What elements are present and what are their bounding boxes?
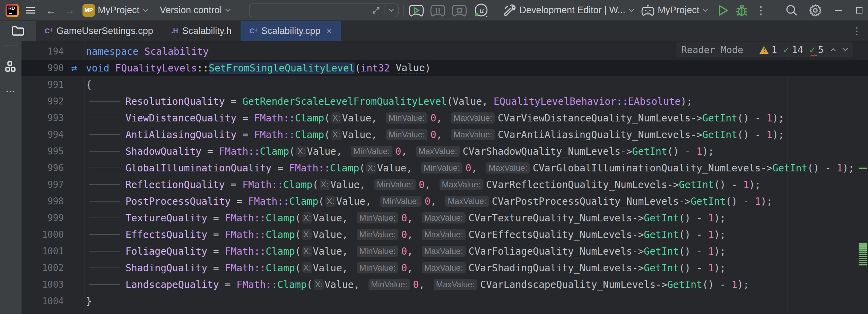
code-text: FoliageQuality = FMath::Clamp(X:Value, M… — [85, 243, 726, 260]
editor-tab-bar: C‡GameUserSettings.cpp.HScalability.hC‡S… — [0, 21, 868, 41]
debug-button[interactable] — [735, 3, 749, 17]
implements-gutter-icon[interactable]: ⇄ — [64, 62, 85, 74]
error-stripe-mark[interactable] — [859, 168, 867, 169]
code-line-990[interactable]: 990⇄void FQualityLevels::SetFromSingleQu… — [21, 60, 868, 76]
prev-issue-icon[interactable] — [831, 48, 836, 53]
project-avatar: MP — [83, 4, 95, 17]
next-issue-icon[interactable] — [843, 45, 848, 51]
typo-check-icon: ✓ — [809, 44, 815, 56]
code-line-996[interactable]: 996GlobalIlluminationQuality = FMath::Cl… — [21, 160, 868, 176]
tab-whitespace-indicator — [86, 93, 125, 110]
line-number: 990 — [21, 63, 64, 73]
settings-gear-icon[interactable] — [808, 3, 823, 18]
tab-label: Scalability.h — [182, 26, 232, 36]
code-editor[interactable]: 194namespace Scalability990⇄void FQualit… — [21, 41, 868, 314]
project-widget[interactable]: MP MyProject — [79, 2, 151, 19]
unreal-engine-icon[interactable]: u — [473, 3, 489, 18]
rider-logo-icon[interactable]: RD — [6, 4, 19, 17]
warnings-count[interactable]: 1 — [760, 44, 777, 55]
code-text: ResolutionQuality = GetRenderScaleLevelF… — [85, 93, 692, 110]
build-config-widget[interactable]: Development Editor | W... — [499, 1, 637, 19]
code-line-991[interactable]: 991{ — [21, 76, 868, 93]
code-line-999[interactable]: 999TextureQuality = FMath::Clamp(X:Value… — [21, 210, 868, 226]
project-name: MyProject — [98, 5, 139, 16]
code-text: GlobalIlluminationQuality = FMath::Clamp… — [85, 160, 854, 176]
code-text: LandscapeQuality = FMath::Clamp(X:Value,… — [85, 276, 749, 293]
line-number: 995 — [21, 146, 64, 156]
code-line-1002[interactable]: 1002ShadingQuality = FMath::Clamp(X:Valu… — [21, 260, 868, 276]
chevron-down-icon — [143, 7, 148, 12]
project-tool-window-icon[interactable] — [11, 25, 25, 37]
run-target-widget[interactable]: MyProject — [637, 2, 711, 19]
line-number: 1004 — [21, 296, 64, 306]
structure-tool-icon[interactable] — [4, 55, 17, 78]
back-icon[interactable]: ← — [42, 5, 60, 16]
run-input[interactable] — [249, 3, 399, 17]
left-toolwindow-bar: … — [0, 41, 21, 314]
tab-Scalability.cpp[interactable]: C‡Scalability.cpp× — [241, 21, 341, 41]
forward-icon[interactable]: → — [60, 5, 79, 16]
more-toolwindows-icon[interactable]: … — [5, 78, 16, 100]
run-button[interactable] — [716, 3, 730, 17]
code-line-1000[interactable]: 1000EffectsQuality = FMath::Clamp(X:Valu… — [21, 226, 868, 243]
tab-whitespace-indicator — [86, 243, 125, 260]
line-number: 996 — [21, 163, 64, 173]
code-text: ShadingQuality = FMath::Clamp(X:Value, M… — [85, 260, 726, 276]
main-menu-icon[interactable] — [26, 7, 35, 14]
tab-GameUserSettings.cpp[interactable]: C‡GameUserSettings.cpp — [36, 21, 162, 41]
code-line-1003[interactable]: 1003LandscapeQuality = FMath::Clamp(X:Va… — [21, 276, 868, 293]
code-line-998[interactable]: 998PostProcessQuality = FMath::Clamp(X:V… — [21, 193, 868, 210]
header-file-icon: .H — [171, 27, 178, 35]
line-number: 994 — [21, 129, 64, 140]
minimize-button[interactable] — [835, 10, 842, 11]
chevron-down-icon — [225, 7, 231, 12]
code-line-1001[interactable]: 1001FoliageQuality = FMath::Clamp(X:Valu… — [21, 243, 868, 260]
close-tab-icon[interactable]: × — [327, 26, 332, 36]
passed-count[interactable]: ✓ 14 — [783, 44, 803, 56]
search-everywhere-icon[interactable] — [785, 3, 799, 17]
code-lines[interactable]: 194namespace Scalability990⇄void FQualit… — [21, 43, 868, 309]
code-text: ReflectionQuality = FMath::Clamp(X:Value… — [85, 176, 761, 193]
line-number: 997 — [21, 179, 64, 190]
typos-count[interactable]: ✓ 5 — [809, 44, 824, 56]
line-number: 1002 — [21, 263, 64, 273]
tab-label: Scalability.cpp — [261, 26, 321, 36]
pause-game-icon[interactable] — [430, 3, 445, 17]
code-line-994[interactable]: 994AntiAliasingQuality = FMath::Clamp(X:… — [21, 126, 868, 143]
stop-game-icon[interactable] — [452, 3, 467, 17]
reader-mode-label[interactable]: Reader Mode — [681, 44, 743, 55]
tab-whitespace-indicator — [86, 226, 125, 243]
chevron-down-icon[interactable] — [389, 7, 394, 12]
cpp-file-icon: C‡ — [45, 27, 52, 35]
code-line-993[interactable]: 993ViewDistanceQuality = FMath::Clamp(X:… — [21, 110, 868, 126]
code-line-992[interactable]: 992ResolutionQuality = GetRenderScaleLev… — [21, 93, 868, 110]
version-control-widget[interactable]: Version control — [156, 3, 234, 18]
tab-whitespace-indicator — [86, 210, 125, 226]
tab-Scalability.h[interactable]: .HScalability.h — [162, 21, 241, 41]
expand-icon[interactable] — [372, 6, 381, 15]
chevron-down-icon — [703, 7, 708, 12]
code-text: PostProcessQuality = FMath::Clamp(X:Valu… — [85, 193, 772, 210]
code-text: void FQualityLevels::SetFromSingleQualit… — [85, 62, 431, 74]
inspection-widget[interactable]: Reader Mode 1 ✓ 14 ✓ 5 — [676, 42, 853, 57]
tab-whitespace-indicator — [86, 143, 125, 160]
chevron-down-icon — [629, 7, 634, 12]
error-stripe-marks[interactable] — [859, 243, 867, 265]
code-text: } — [85, 296, 92, 307]
code-line-997[interactable]: 997ReflectionQuality = FMath::Clamp(X:Va… — [21, 176, 868, 193]
code-text: ShadowQuality = FMath::Clamp(X:Value, Mi… — [85, 143, 714, 160]
restore-window-button[interactable] — [856, 7, 862, 14]
svg-text:u: u — [479, 6, 484, 15]
tab-whitespace-indicator — [86, 276, 125, 293]
run-target-label: MyProject — [658, 5, 699, 16]
more-actions-icon[interactable]: ⋮ — [752, 4, 770, 16]
code-line-995[interactable]: 995ShadowQuality = FMath::Clamp(X:Value,… — [21, 143, 868, 160]
code-text: TextureQuality = FMath::Clamp(X:Value, M… — [85, 210, 726, 226]
tab-options-icon[interactable]: ⋮ — [852, 21, 868, 41]
code-text: ViewDistanceQuality = FMath::Clamp(X:Val… — [85, 110, 784, 126]
tab-whitespace-indicator — [86, 160, 125, 176]
play-game-icon[interactable] — [409, 3, 424, 17]
line-number: 999 — [21, 213, 64, 223]
code-line-1004[interactable]: 1004} — [21, 293, 868, 309]
tab-whitespace-indicator — [86, 193, 125, 210]
